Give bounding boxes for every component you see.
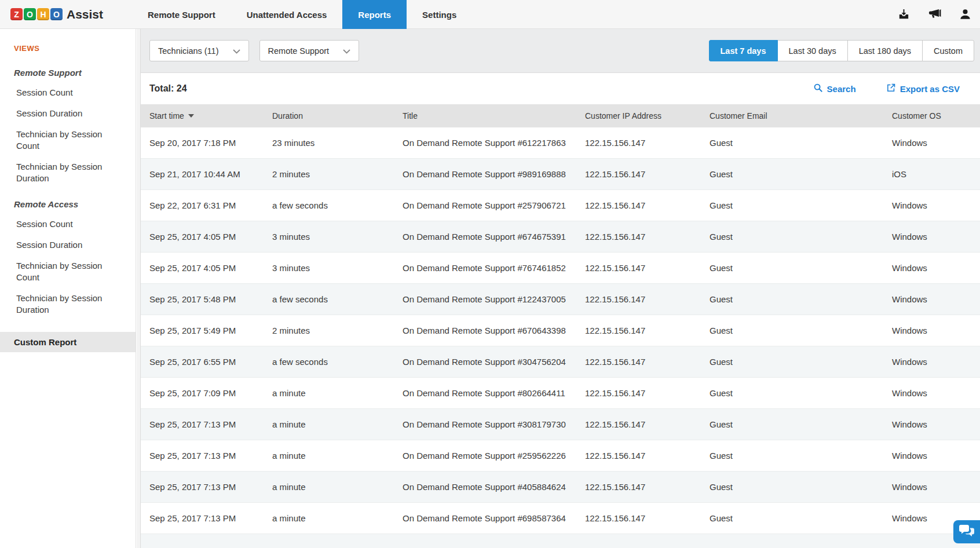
table-row[interactable]: Sep 25, 2017 4:05 PM3 minutesOn Demand R… <box>141 221 980 253</box>
total-label: Total: <box>149 83 174 93</box>
main-content: Technicians (11) Remote Support Last 7 d… <box>141 29 980 548</box>
sidebar-item-custom-report[interactable]: Custom Report <box>0 332 136 352</box>
cell-customer-ip-address: 122.15.156.147 <box>585 513 710 523</box>
logo-tile-o: O <box>50 8 63 20</box>
cell-customer-email: Guest <box>710 138 892 148</box>
column-label: Duration <box>272 111 303 120</box>
cell-customer-ip-address: 122.15.156.147 <box>585 482 710 492</box>
table-row[interactable]: Sep 25, 2017 5:48 PMa few secondsOn Dema… <box>141 284 980 315</box>
cell-duration: a minute <box>272 451 403 461</box>
cell-customer-ip-address: 122.15.156.147 <box>585 200 710 210</box>
nav-tab-remote-support[interactable]: Remote Support <box>132 0 231 29</box>
nav-tab-unattended-access[interactable]: Unattended Access <box>231 0 343 29</box>
column-header-customer-os[interactable]: Customer OS <box>892 111 980 120</box>
cell-duration: 2 minutes <box>272 169 403 179</box>
table-row[interactable]: Sep 21, 2017 10:44 AM2 minutesOn Demand … <box>141 159 980 190</box>
cell-customer-email: Guest <box>710 388 892 398</box>
cell-title: On Demand Remote Support #670643398 <box>403 326 585 335</box>
cell-title: On Demand Remote Support #405884624 <box>403 482 585 492</box>
zoho-assist-logo[interactable]: ZOHO Assist <box>0 0 115 28</box>
cell-title: On Demand Remote Support #612217863 <box>403 138 585 148</box>
export-icon <box>886 83 896 94</box>
range-button-last-30-days[interactable]: Last 30 days <box>777 40 848 61</box>
cell-customer-ip-address: 122.15.156.147 <box>585 263 710 273</box>
cell-customer-ip-address: 122.15.156.147 <box>585 419 710 429</box>
user-icon[interactable] <box>959 8 972 21</box>
cell-start-time: Sep 25, 2017 7:13 PM <box>149 419 272 429</box>
sidebar-section-remote-access: Remote Access <box>14 199 136 209</box>
cell-start-time: Sep 25, 2017 5:49 PM <box>149 326 272 335</box>
cell-customer-os: Windows <box>892 419 980 429</box>
column-label: Title <box>403 111 418 120</box>
cell-customer-email: Guest <box>710 200 892 210</box>
download-icon[interactable] <box>897 8 910 21</box>
cell-duration: a minute <box>272 513 403 523</box>
sidebar-item-remote-support-session-count[interactable]: Session Count <box>16 87 118 98</box>
column-header-title[interactable]: Title <box>403 111 585 120</box>
views-heading: VIEWS <box>14 44 136 53</box>
table-header-row: Start timeDurationTitleCustomer IP Addre… <box>141 104 980 127</box>
cell-customer-os: Windows <box>892 294 980 304</box>
range-button-last-7-days[interactable]: Last 7 days <box>709 40 778 61</box>
sidebar-item-remote-access-session-duration[interactable]: Session Duration <box>16 239 118 251</box>
chat-bubbles-icon <box>959 525 974 539</box>
table-row[interactable]: Sep 22, 2017 6:31 PMa few secondsOn Dema… <box>141 190 980 221</box>
column-header-customer-email[interactable]: Customer Email <box>710 111 892 120</box>
megaphone-icon[interactable] <box>928 8 941 21</box>
app-root: ZOHO Assist Remote SupportUnattended Acc… <box>0 0 980 548</box>
export-csv-button[interactable]: Export as CSV <box>886 83 960 94</box>
export-label: Export as CSV <box>900 84 960 94</box>
sidebar-item-remote-access-technician-by-session-count[interactable]: Technician by Session Count <box>16 260 118 283</box>
cell-customer-os: Windows <box>892 451 980 461</box>
cell-customer-os: Windows <box>892 326 980 335</box>
sidebar-section-remote-support: Remote Support <box>14 68 136 78</box>
nav-tab-reports[interactable]: Reports <box>342 0 407 29</box>
search-button[interactable]: Search <box>813 83 856 94</box>
chevron-down-icon <box>343 46 350 56</box>
sort-desc-icon <box>188 114 194 118</box>
table-row[interactable]: Sep 25, 2017 7:13 PMa minuteOn Demand Re… <box>141 409 980 440</box>
sidebar-item-remote-support-session-duration[interactable]: Session Duration <box>16 108 118 119</box>
table-row[interactable]: Sep 25, 2017 7:09 PMa minuteOn Demand Re… <box>141 378 980 409</box>
cell-title: On Demand Remote Support #767461852 <box>403 263 585 273</box>
cell-customer-email: Guest <box>710 357 892 367</box>
cell-start-time: Sep 25, 2017 6:55 PM <box>149 357 272 367</box>
chat-widget-button[interactable] <box>953 520 980 543</box>
column-header-customer-ip-address[interactable]: Customer IP Address <box>585 111 710 120</box>
cell-title: On Demand Remote Support #122437005 <box>403 294 585 304</box>
table-row[interactable]: Sep 20, 2017 7:18 PM23 minutesOn Demand … <box>141 127 980 159</box>
session-type-dropdown[interactable]: Remote Support <box>259 40 360 61</box>
search-label: Search <box>827 84 856 94</box>
sidebar: VIEWS Remote SupportSession CountSession… <box>0 29 136 548</box>
sidebar-item-remote-support-technician-by-session-duration[interactable]: Technician by Session Duration <box>16 161 118 184</box>
cell-customer-os: Windows <box>892 482 980 492</box>
table-row[interactable]: Sep 25, 2017 7:13 PMa minuteOn Demand Re… <box>141 503 980 534</box>
sidebar-item-remote-support-technician-by-session-count[interactable]: Technician by Session Count <box>16 129 118 152</box>
table-row[interactable]: Sep 25, 2017 4:05 PM3 minutesOn Demand R… <box>141 253 980 284</box>
cell-duration: a minute <box>272 419 403 429</box>
total-value: 24 <box>177 83 187 93</box>
toolbar-actions: Search Export as CSV <box>813 83 960 94</box>
table-row[interactable]: Sep 25, 2017 6:55 PMa few secondsOn Dema… <box>141 346 980 378</box>
zoho-logo-tiles: ZOHO <box>10 8 63 20</box>
cell-start-time: Sep 21, 2017 10:44 AM <box>149 169 272 179</box>
cell-duration: a few seconds <box>272 200 403 210</box>
column-header-start-time[interactable]: Start time <box>149 111 272 120</box>
technicians-dropdown[interactable]: Technicians (11) <box>149 40 249 61</box>
cell-customer-os: Windows <box>892 263 980 273</box>
range-button-custom[interactable]: Custom <box>922 40 974 61</box>
sidebar-item-remote-access-technician-by-session-duration[interactable]: Technician by Session Duration <box>16 293 118 316</box>
cell-start-time: Sep 20, 2017 7:18 PM <box>149 138 272 148</box>
table-row[interactable]: Sep 25, 2017 7:13 PMa minuteOn Demand Re… <box>141 440 980 472</box>
technicians-dropdown-label: Technicians (11) <box>158 46 219 56</box>
sidebar-scrollbar[interactable] <box>137 29 141 548</box>
cell-customer-email: Guest <box>710 232 892 242</box>
column-header-duration[interactable]: Duration <box>272 111 403 120</box>
table-row[interactable]: Sep 25, 2017 5:49 PM2 minutesOn Demand R… <box>141 315 980 346</box>
cell-duration: 2 minutes <box>272 326 403 335</box>
sidebar-item-remote-access-session-count[interactable]: Session Count <box>16 218 118 230</box>
nav-tab-settings[interactable]: Settings <box>407 0 472 29</box>
range-button-last-180-days[interactable]: Last 180 days <box>847 40 923 61</box>
table-row[interactable]: Sep 25, 2017 7:13 PMa minuteOn Demand Re… <box>141 472 980 503</box>
cell-customer-email: Guest <box>710 419 892 429</box>
